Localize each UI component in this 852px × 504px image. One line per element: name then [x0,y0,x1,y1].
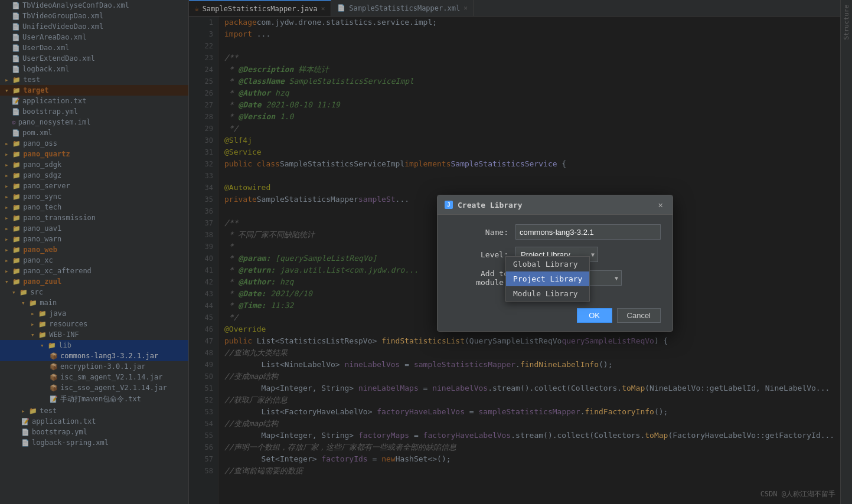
level-dropdown-menu: Global LibraryProject LibraryModule Libr… [505,256,590,302]
dialog-close-button[interactable]: ✕ [656,200,665,210]
level-label: Level: [449,250,508,259]
dialog-title-bar: J Create Library ✕ [438,195,673,215]
dialog-title-text: Create Library [458,201,651,210]
ok-button[interactable]: OK [577,308,612,323]
dialog-icon: J [445,201,453,209]
dropdown-item-d3[interactable]: Module Library [506,286,589,301]
add-to-module-label: Add to module: [449,269,508,287]
name-input[interactable] [515,224,661,240]
dropdown-item-d2[interactable]: Project Library [506,271,589,286]
dropdown-item-d1[interactable]: Global Library [506,257,589,271]
cancel-button[interactable]: Cancel [617,308,661,323]
dialog-overlay: J Create Library ✕ Name: Level: Project … [0,0,852,504]
dialog-name-row: Name: [449,224,661,240]
name-label: Name: [449,228,508,237]
dialog-buttons: OK Cancel [438,303,673,331]
